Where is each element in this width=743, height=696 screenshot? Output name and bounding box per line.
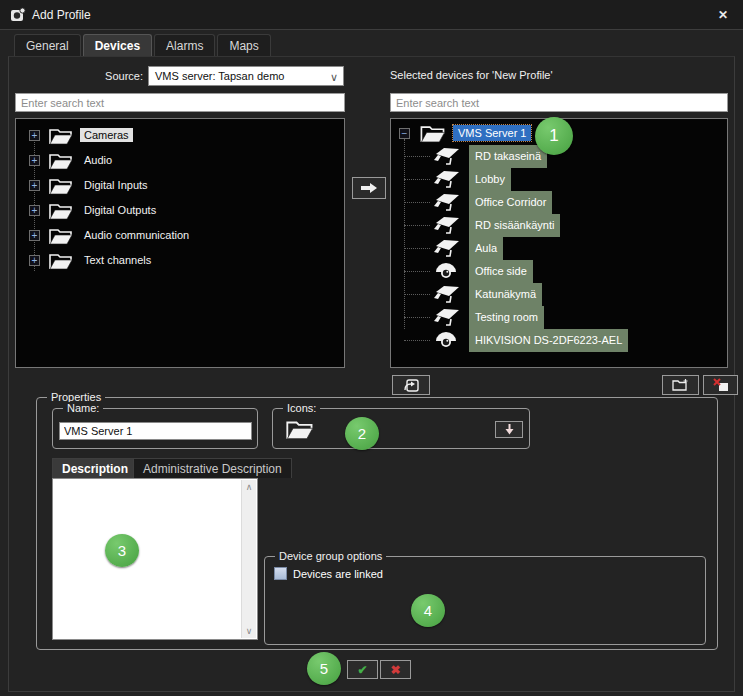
tab-strip: General Devices Alarms Maps (14, 34, 271, 56)
device-label: RD takaseinä (469, 145, 547, 168)
tree-item-text-channels[interactable]: + Text channels (16, 249, 344, 274)
devices-linked-checkbox[interactable] (274, 567, 287, 580)
expand-icon[interactable]: + (29, 205, 40, 216)
icons-group: Icons: (272, 408, 530, 449)
scrollbar[interactable]: ∧ ∨ (241, 480, 256, 638)
window-title: Add Profile (32, 8, 91, 22)
device-row[interactable]: Aula (391, 237, 727, 260)
name-input[interactable] (59, 422, 252, 440)
collapse-icon[interactable]: − (399, 128, 410, 139)
tab-administrative-description[interactable]: Administrative Description (133, 458, 292, 478)
annotation-2: 2 (345, 417, 379, 450)
tab-description[interactable]: Description (52, 458, 138, 478)
device-label: Office Corridor (469, 191, 552, 214)
icon-picker-button[interactable] (495, 421, 523, 438)
tree-connector (404, 317, 430, 318)
tree-item-label: Digital Inputs (80, 178, 152, 192)
source-value: VMS server: Tapsan demo (155, 70, 284, 82)
cancel-button[interactable]: ✖ (380, 660, 411, 679)
folder-icon (48, 127, 74, 146)
tree-connector (404, 156, 430, 157)
scroll-down-icon[interactable]: ∨ (242, 626, 256, 636)
tree-item-digital-outputs[interactable]: + Digital Outputs (16, 199, 344, 224)
device-row[interactable]: Lobby (391, 168, 727, 191)
remove-device-icon (713, 378, 729, 392)
tree-item-audio[interactable]: + Audio (16, 149, 344, 174)
left-search-input[interactable] (15, 93, 345, 112)
name-group: Name: (52, 408, 258, 449)
server-label: VMS Server 1 (453, 125, 531, 141)
tab-alarms[interactable]: Alarms (154, 34, 215, 56)
add-profile-icon (10, 7, 26, 23)
tree-connector (404, 271, 430, 272)
tree-connector (404, 340, 430, 341)
chevron-down-icon: ∨ (330, 68, 338, 86)
ok-button[interactable]: ✔ (347, 660, 378, 679)
add-profile-dialog: Add Profile ✕ General Devices Alarms Map… (0, 0, 743, 696)
tab-maps[interactable]: Maps (217, 34, 270, 56)
scroll-up-icon[interactable]: ∧ (242, 482, 256, 492)
device-label: Testing room (469, 306, 544, 329)
box-camera-icon (433, 239, 461, 258)
expand-icon[interactable]: + (29, 255, 40, 266)
expand-icon[interactable]: + (29, 130, 40, 141)
tree-item-cameras[interactable]: + Cameras (16, 124, 344, 149)
tree-connector (404, 225, 430, 226)
tree-item-audio-communication[interactable]: + Audio communication (16, 224, 344, 249)
camera-preview-button[interactable] (392, 375, 430, 395)
description-textarea[interactable]: ∧ ∨ (52, 478, 258, 640)
devices-linked-label: Devices are linked (293, 568, 383, 580)
tree-item-label: Audio communication (80, 228, 193, 242)
device-row[interactable]: HIKVISION DS-2DF6223-AEL (391, 329, 727, 352)
folder-icon (48, 227, 74, 246)
box-camera-icon (433, 147, 461, 166)
expand-icon[interactable]: + (29, 230, 40, 241)
annotation-5: 5 (307, 652, 341, 685)
tree-item-label: Text channels (80, 253, 155, 267)
folder-icon (48, 152, 74, 171)
tree-item-digital-inputs[interactable]: + Digital Inputs (16, 174, 344, 199)
tree-item-label: Cameras (80, 128, 133, 142)
device-row[interactable]: Testing room (391, 306, 727, 329)
expand-icon[interactable]: + (29, 180, 40, 191)
box-camera-icon (433, 193, 461, 212)
device-row[interactable]: Katunäkymä (391, 283, 727, 306)
dome-camera-icon (433, 262, 461, 281)
expand-icon[interactable]: + (29, 155, 40, 166)
title-bar: Add Profile ✕ (0, 0, 743, 30)
annotation-4: 4 (411, 594, 445, 627)
close-icon[interactable]: ✕ (715, 7, 731, 23)
box-camera-icon (433, 285, 461, 304)
new-folder-icon (672, 378, 689, 392)
device-label: HIKVISION DS-2DF6223-AEL (469, 329, 628, 352)
folder-icon (285, 419, 315, 441)
check-icon: ✔ (357, 663, 367, 677)
cross-icon: ✖ (390, 663, 400, 677)
device-row[interactable]: RD sisäänkäynti (391, 214, 727, 237)
annotation-3: 3 (105, 534, 139, 567)
source-dropdown[interactable]: VMS server: Tapsan demo ∨ (148, 66, 344, 86)
name-group-label: Name: (63, 402, 103, 414)
device-row[interactable]: Office side (391, 260, 727, 283)
device-row[interactable]: Office Corridor (391, 191, 727, 214)
device-group-options-label: Device group options (275, 550, 386, 562)
tree-item-label: Digital Outputs (80, 203, 160, 217)
devices-linked-row[interactable]: Devices are linked (274, 567, 383, 580)
add-to-profile-button[interactable] (352, 177, 386, 199)
right-search-input[interactable] (390, 93, 728, 112)
down-arrow-icon (505, 424, 514, 435)
icons-group-label: Icons: (283, 402, 320, 414)
folder-icon (48, 252, 74, 271)
tab-devices[interactable]: Devices (83, 34, 152, 56)
device-label: Aula (469, 237, 503, 260)
device-label: Katunäkymä (469, 283, 542, 306)
folder-icon (419, 124, 447, 144)
tab-general[interactable]: General (14, 34, 81, 56)
selected-devices-tree: − VMS Server 1 RD takaseinä (390, 118, 728, 368)
device-groups-tree: + Cameras + Audio + (15, 118, 345, 368)
new-folder-button[interactable] (662, 375, 699, 395)
box-camera-icon (433, 216, 461, 235)
tree-connector (404, 179, 430, 180)
camera-preview-icon (403, 378, 419, 392)
remove-device-button[interactable] (703, 375, 738, 395)
